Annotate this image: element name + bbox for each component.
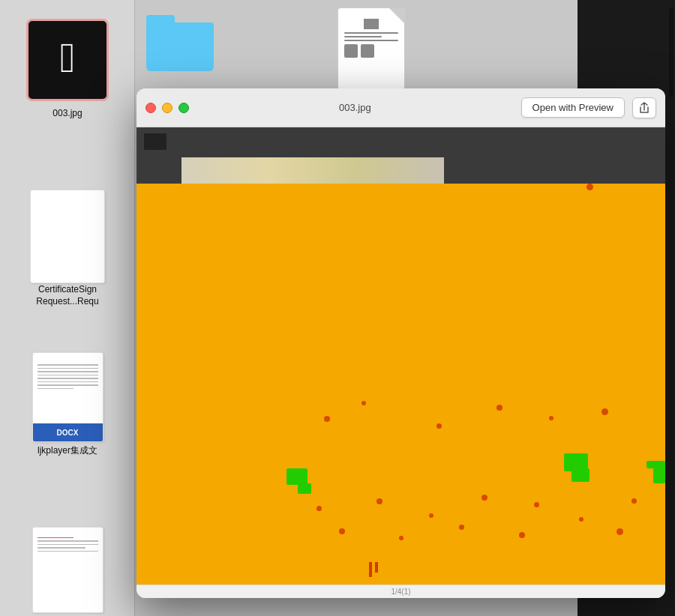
green-blob-4 (572, 468, 590, 482)
titlebar-controls: ✕ − + (146, 103, 189, 113)
red-dot-1 (324, 416, 330, 422)
docx-label: ljkplayer集成文 (38, 445, 98, 457)
cert-icon-wrap (22, 191, 112, 281)
dots-layer (136, 184, 665, 585)
blue-folder[interactable] (146, 15, 214, 71)
docx-line-1 (38, 364, 98, 366)
folder-shape (146, 15, 214, 71)
red-dot-19 (616, 528, 623, 535)
docx-line-3 (38, 371, 98, 372)
image-content (136, 127, 665, 585)
docx-line-7 (38, 384, 98, 386)
doc2-content (33, 528, 103, 561)
docx-line-4 (38, 375, 98, 376)
green-blob-1 (286, 468, 308, 485)
file-item-doc2[interactable]: xg ove (8, 525, 128, 616)
folder-body (146, 22, 214, 71)
quicklook-titlebar: ✕ − + 003.jpg Open with Preview (136, 88, 665, 127)
close-button[interactable]: ✕ (146, 103, 156, 113)
pdf-chip-2 (361, 44, 374, 58)
apple-jpg-label: 003.jpg (52, 108, 82, 120)
scroll-track (669, 7, 674, 607)
pdf-chip-1 (344, 44, 358, 58)
pdf-file[interactable] (338, 7, 405, 90)
docx-line-2 (38, 368, 98, 369)
docx-icon: DOCX (32, 352, 104, 442)
red-dot-16 (459, 525, 464, 530)
red-dot-10 (482, 495, 488, 501)
red-dot-11 (534, 502, 539, 507)
open-with-preview-button[interactable]: Open with Preview (521, 97, 625, 118)
doc2-line-red (38, 537, 74, 539)
pdf-icon (338, 7, 405, 90)
red-vert-2 (375, 562, 378, 573)
red-dot-12 (586, 184, 593, 190)
doc2-page (32, 527, 104, 613)
pdf-content (338, 8, 404, 64)
red-dot-2 (362, 401, 366, 405)
file-item-cert[interactable]: CertificateSignRequest...Requ (8, 191, 128, 307)
docx-badge: DOCX (33, 423, 103, 441)
red-dot-6 (602, 408, 608, 415)
red-dot-8 (376, 498, 382, 504)
red-dot-4 (496, 405, 502, 411)
red-dot-15 (399, 536, 404, 540)
share-icon (639, 102, 650, 114)
red-dot-17 (519, 532, 525, 538)
red-dot-7 (316, 506, 322, 511)
share-button[interactable] (632, 97, 656, 118)
doc2-icon-wrap (22, 525, 112, 615)
docx-line-8 (38, 388, 74, 390)
docx-content (33, 353, 103, 397)
scrollbar[interactable] (669, 7, 674, 607)
zoom-button[interactable]: + (178, 103, 189, 113)
red-vert-1 (369, 562, 372, 577)
quicklook-window: ✕ − + 003.jpg Open with Preview (136, 88, 665, 598)
apple-icon-box:  (26, 19, 109, 101)
red-dot-9 (429, 513, 434, 518)
scroll-thumb[interactable] (669, 7, 674, 97)
docx-line-6 (38, 381, 98, 383)
page-indicator: 1/4(1) (391, 588, 410, 596)
pdf-line-3 (344, 40, 398, 41)
apple-jpg-icon:  (22, 15, 112, 105)
yellow-background (136, 184, 665, 585)
quicklook-bottom-bar: 1/4(1) (136, 585, 665, 598)
docx-line-5 (38, 378, 98, 379)
cert-label: CertificateSignRequest...Requ (36, 284, 98, 307)
red-dot-13 (632, 498, 637, 504)
doc2-line-4 (38, 551, 98, 552)
dark-inner-box (144, 133, 166, 150)
pdf-rect (364, 19, 379, 29)
minimize-button[interactable]: − (162, 103, 172, 113)
doc2-line-1 (38, 540, 98, 542)
apple-logo-symbol:  (60, 37, 75, 79)
docx-icon-wrap: DOCX (22, 352, 112, 442)
red-dot-18 (579, 517, 584, 522)
doc2-line-3 (38, 547, 86, 549)
file-item-apple-jpg[interactable]:  003.jpg (8, 15, 128, 120)
red-dot-14 (339, 528, 345, 534)
quicklook-filename: 003.jpg (196, 102, 514, 113)
red-dot-5 (549, 416, 554, 420)
file-item-docx[interactable]: DOCX ljkplayer集成文 (8, 352, 128, 457)
doc2-line-2 (38, 544, 98, 546)
cert-page (30, 190, 105, 283)
image-preview (136, 127, 665, 585)
right-edge-green (653, 461, 665, 483)
red-dot-3 (436, 423, 442, 429)
pdf-line-1 (344, 32, 398, 34)
pdf-line-2 (344, 36, 382, 37)
green-blob-2 (298, 483, 311, 494)
